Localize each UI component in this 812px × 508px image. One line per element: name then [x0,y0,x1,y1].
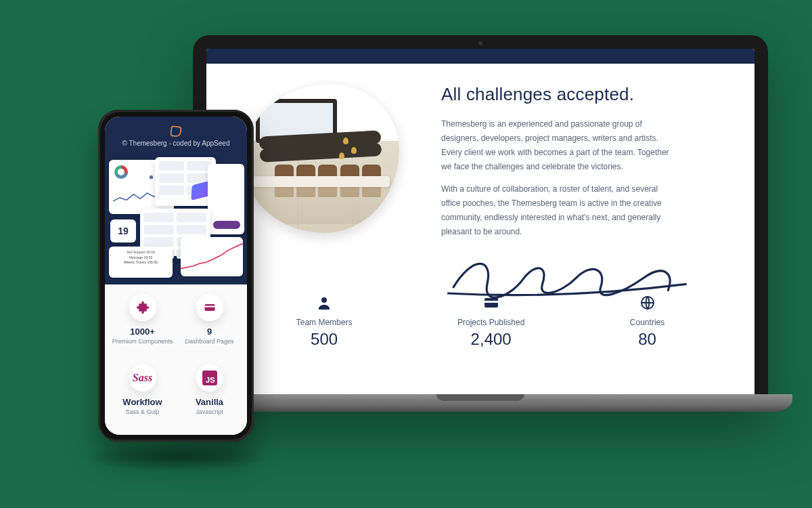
donut-chart-icon [114,165,128,179]
laptop-screen: All challenges accepted. Themesberg is a… [206,49,754,394]
dashboard-collage: 19 Sell Support 19-16 Message 19-52 Week… [105,157,247,287]
feature-subtitle: Premium Components [110,338,175,345]
signature [441,247,717,272]
about-paragraph: Themesberg is an experienced and passion… [441,117,671,174]
site-topbar [206,49,754,64]
js-icon: JS [196,364,223,391]
laptop-bezel: All challenges accepted. Themesberg is a… [193,35,768,394]
globe-icon [639,295,656,311]
feature-title: 1000+ [110,326,175,337]
feature-pages: 9 Dashboard Pages [177,294,242,360]
stat-label: Team Members [296,318,353,327]
puzzle-icon [129,294,156,321]
feature-workflow: Sass Workflow Sass & Gulp [110,364,175,431]
about-image [244,84,413,240]
feature-vanilla: JS Vanilla Javascript [177,364,242,431]
phone-hero: © Themesberg - coded by AppSeed 19 [105,117,247,284]
stat-team-members: Team Members 500 [296,295,353,349]
stat-value: 80 [630,330,664,349]
mini-line: Message 19-52 [112,255,169,261]
svg-rect-4 [204,304,215,311]
brand-logo-icon [170,125,182,137]
stat-projects: Projects Published 2,400 [457,295,524,349]
feature-components: 1000+ Premium Components [110,294,175,360]
mini-line: Sell Support 19-16 [112,250,169,255]
stat-label: Projects Published [457,318,524,327]
feature-title: Workflow [110,397,175,407]
phone-shadow [81,444,271,471]
user-icon [316,295,332,311]
about-copy: All challenges accepted. Themesberg is a… [441,84,717,272]
collage-card [181,237,243,276]
svg-rect-5 [204,306,215,308]
feature-subtitle: Sass & Gulp [110,408,175,415]
phone-features-grid: 1000+ Premium Components 9 Dashboard Pag… [105,284,247,435]
svg-point-0 [321,297,327,303]
laptop-base [168,394,792,412]
stat-countries: Countries 80 [630,295,664,349]
about-paragraph: With a culture of collaboration, a roste… [441,182,671,239]
phone-screen: © Themesberg - coded by AppSeed 19 [105,117,247,435]
stat-value: 500 [296,330,353,349]
card-icon [196,294,223,321]
card-icon [483,295,499,311]
mini-line: Weekly Tickets 106-56 [112,260,169,266]
laptop-mockup: All challenges accepted. Themesberg is a… [193,35,768,412]
collage-card [208,164,244,234]
about-section: All challenges accepted. Themesberg is a… [206,64,754,394]
feature-title: 9 [177,326,242,337]
stats-row: Team Members 500 Projects Published 2,40… [244,295,717,349]
collage-text-card: Sell Support 19-16 Message 19-52 Weekly … [109,247,173,278]
sass-icon: Sass [129,364,156,391]
laptop-camera [478,41,482,45]
stat-value: 2,400 [457,330,524,349]
phone-mockup: © Themesberg - coded by AppSeed 19 [98,110,254,442]
phone-credit: © Themesberg - coded by AppSeed [110,140,242,147]
feature-subtitle: Dashboard Pages [177,338,242,345]
about-heading: All challenges accepted. [441,84,717,105]
collage-card [155,157,216,206]
feature-subtitle: Javascript [177,408,242,415]
collage-number-card: 19 [110,219,136,242]
feature-title: Vanilla [177,397,242,407]
svg-rect-2 [484,301,498,303]
stat-label: Countries [630,318,664,327]
